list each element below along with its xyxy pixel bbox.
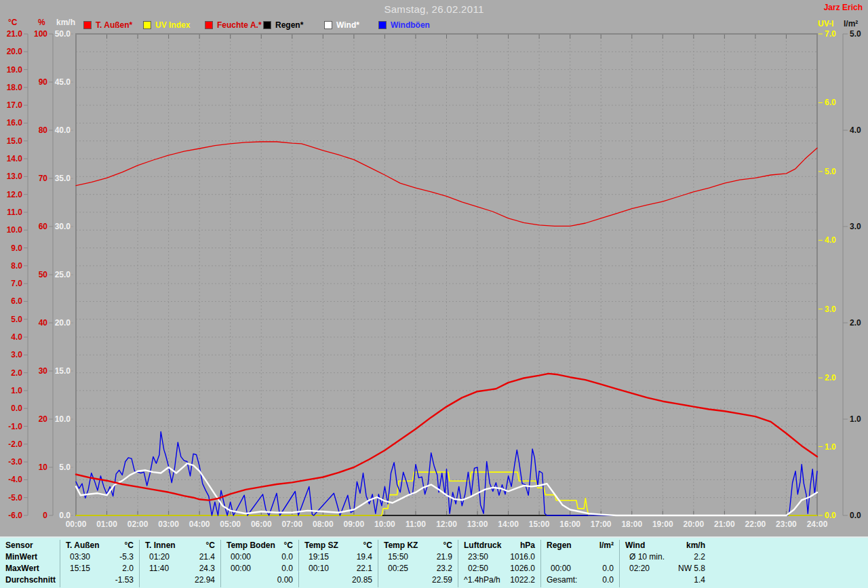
max-value: 0.0 (602, 563, 619, 574)
axis-tick-label: 10:00 (374, 520, 395, 529)
axis-tick-label: 50.0 (55, 29, 71, 39)
summary-table: Sensor MinWert MaxWert Durchschnitt T. A… (0, 536, 868, 588)
axis-tick-label: -2.0 (8, 439, 22, 449)
axis-tick-label: 11:00 (406, 520, 426, 529)
sensor-column-luftdruck: LuftdruckhPa 23:501016.0 02:501026.0 ^1.… (458, 540, 540, 587)
axis-tick-label: 15.0 (55, 366, 71, 376)
sensor-unit: °C (206, 540, 220, 551)
axis-tick-label: 06:00 (251, 520, 272, 529)
min-time: 15:50 (378, 551, 408, 563)
y-axis-temp (24, 34, 28, 515)
avg-value: 22.59 (432, 574, 458, 586)
sensor-unit: °C (284, 540, 298, 551)
min-value: 1016.0 (510, 551, 540, 563)
sensor-name: Luftdruck (458, 540, 501, 551)
sensor-name: T. Außen (60, 540, 100, 551)
axis-tick-label: 01:00 (96, 520, 117, 529)
axis-tick-label: 90 (39, 77, 48, 87)
axis-tick-label: 1.0 (850, 414, 861, 424)
axis-tick-label: 11.0 (7, 208, 22, 217)
max-time: 11:40 (140, 563, 169, 574)
sensor-unit: km/h (686, 540, 711, 551)
axis-tick-label: 16.0 (7, 118, 23, 128)
axis-tick-label: 30.0 (55, 222, 71, 231)
axis-tick-label: 15:00 (529, 520, 550, 529)
min-time: 01:20 (140, 551, 170, 563)
max-value: 1026.0 (510, 563, 540, 574)
sensor-name: Temp Boden (221, 540, 275, 551)
axis-tick-label: -5.0 (8, 493, 22, 503)
min-value (614, 551, 619, 563)
axis-tick-label: 5.0 (11, 315, 22, 324)
min-time: 03:30 (60, 551, 90, 563)
axis-tick-label: 15.0 (7, 136, 23, 146)
axis-tick-label: 12:00 (436, 520, 457, 529)
weather-chart: 21.020.019.018.017.016.015.014.013.012.0… (0, 0, 868, 536)
axis-tick-label: 4.0 (850, 125, 861, 135)
max-value: 22.1 (357, 563, 378, 574)
axis-tick-label: 17.0 (7, 100, 23, 110)
min-value: 21.4 (199, 551, 220, 563)
axis-tick-label: 23:00 (776, 520, 797, 529)
axis-tick-label: 14:00 (498, 520, 519, 529)
axis-tick-label: 12.0 (7, 190, 23, 199)
axis-tick-label: 02:00 (127, 520, 149, 529)
avg-value: 0.00 (277, 574, 298, 586)
axis-tick-label: 7.0 (825, 29, 836, 39)
axis-tick-label: 6.0 (825, 98, 836, 107)
axis-tick-label: 20:00 (683, 520, 704, 529)
axis-tick-label: 14.0 (7, 154, 23, 163)
axis-tick-label: 17:00 (591, 520, 612, 529)
axis-tick-label: 60 (39, 222, 48, 231)
axis-tick-label: 0.0 (825, 511, 836, 520)
axis-tick-label: 45.0 (55, 77, 71, 87)
axis-tick-label: 5.0 (825, 167, 836, 176)
table-header-sensor: Sensor (0, 540, 60, 551)
avg-value: 0.0 (602, 574, 619, 586)
axis-tick-label: 3.0 (825, 305, 836, 314)
min-time: 19:15 (299, 551, 329, 563)
avg-label (299, 574, 309, 586)
max-value: 0.0 (281, 563, 298, 574)
sensor-column-t-aussen: T. Außen°C 03:30-5.3 15:152.0 -1.53 (60, 540, 139, 587)
min-value: 2.2 (694, 551, 711, 563)
axis-tick-label: 10.0 (55, 414, 71, 424)
min-value: 21.9 (437, 551, 458, 563)
axis-tick-label: 70 (39, 174, 48, 183)
max-time: 00:25 (378, 563, 408, 574)
axis-tick-label: -1.0 (8, 422, 22, 431)
axis-tick-label: 03:00 (158, 520, 179, 529)
avg-label (221, 574, 231, 586)
axis-tick-label: 8.0 (11, 261, 22, 271)
axis-tick-label: 04:00 (189, 520, 210, 529)
axis-tick-label: 20 (39, 414, 48, 424)
axis-tick-label: 80 (39, 125, 48, 135)
axis-tick-label: 16:00 (559, 520, 580, 529)
axis-tick-label: 21.0 (7, 29, 23, 39)
axis-tick-label: 9.0 (11, 243, 22, 253)
axis-tick-label: 10.0 (7, 225, 23, 235)
min-time: Ø 10 min. (620, 551, 665, 563)
axis-tick-label: 24:00 (807, 520, 828, 529)
avg-value: 20.85 (352, 574, 378, 586)
series-t_aussen (76, 374, 817, 501)
y-axis-rain (843, 34, 848, 515)
axis-tick-label: 19:00 (652, 520, 673, 529)
max-time: 00:10 (299, 563, 329, 574)
sensor-unit: °C (443, 540, 458, 551)
x-axis: 00:0001:0002:0003:0004:0005:0006:0007:00… (66, 520, 828, 529)
axis-tick-label: 18.0 (7, 83, 23, 92)
sensor-unit: hPa (520, 540, 540, 551)
min-value: 19.4 (357, 551, 378, 563)
axis-tick-label: 20.0 (55, 318, 71, 328)
axis-tick-label: 25.0 (55, 270, 71, 279)
sensor-column-t-innen: T. Innen°C 01:2021.4 11:4024.3 22.94 (139, 540, 220, 587)
max-value: NW 5.8 (678, 563, 711, 574)
axis-tick-label: 5.0 (59, 463, 71, 472)
axis-tick-label: 40 (39, 318, 48, 328)
axis-tick-label: 07:00 (281, 520, 302, 529)
sensor-name: Wind (620, 540, 645, 551)
axis-tick-label: 1.0 (825, 442, 836, 452)
min-time: 00:00 (221, 551, 251, 563)
max-time: 00:00 (541, 563, 571, 574)
